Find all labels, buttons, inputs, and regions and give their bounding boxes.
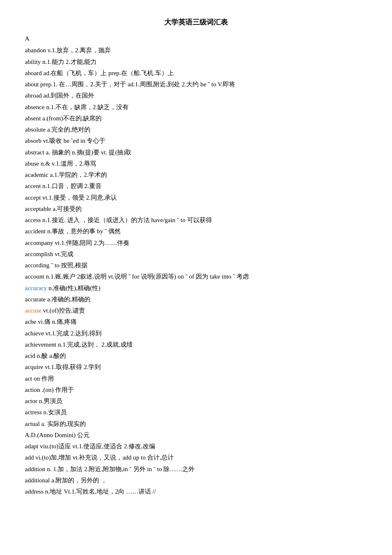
word-term: achieve — [25, 330, 44, 337]
word-term: accuracy — [25, 285, 47, 291]
list-item: addition n. 1.加，加法 2.附近,附加物,in ˜ 另外 in ˜… — [25, 464, 367, 474]
list-item: absolute a.完全的,绝对的 — [25, 124, 367, 135]
word-definition: 公元 — [75, 432, 90, 438]
word-definition: n.男演员 — [37, 398, 62, 404]
word-term: acquire — [25, 364, 43, 370]
word-term: addition — [25, 466, 45, 472]
list-item: address n.地址 Vt.1.写姓名,地址，2向 ……讲话 // — [25, 486, 367, 497]
word-definition: viu.(to)适应 vt.1.使适应,使适合 2.修改,改编 — [38, 443, 155, 450]
word-definition: ad.在船（飞机，车）上 prep.在（船.飞机.车）上 — [42, 70, 174, 76]
word-term: accompany — [25, 240, 53, 246]
word-term: additional — [25, 477, 50, 484]
word-term: act on — [25, 375, 40, 382]
word-term: absorb — [25, 137, 41, 144]
list-item: abandon v.1.放弃，2.离弃，抛弃 — [25, 45, 367, 56]
word-definition: a.附加的，另外的 ， — [50, 477, 107, 484]
word-definition: ˜ to 按照,根据 — [49, 262, 88, 269]
list-item: action .(on) 作用于 — [25, 384, 367, 395]
word-definition: .(on) 作用于 — [40, 386, 74, 393]
word-term: A.D.(Anno Domini) — [25, 432, 75, 438]
word-definition: a. 实际的,现实的 — [40, 421, 86, 427]
word-term: absolute — [25, 126, 46, 133]
word-term: absent — [25, 115, 41, 122]
word-term: abandon — [25, 47, 46, 54]
word-term: acid — [25, 352, 35, 359]
list-item: abuse n.& v.1.滥用，2.辱骂 — [25, 158, 367, 169]
word-definition: vi.(to)加,增加 vt.补充说，又说，add up to 合计,总计 — [34, 454, 174, 461]
word-term: actual — [25, 421, 40, 427]
word-definition: n.1.完成,达到， 2.成就,成绩 — [56, 341, 133, 348]
word-term: ability — [25, 59, 41, 65]
word-term: accurate — [25, 296, 46, 303]
word-definition: n.酸 a.酸的 — [35, 352, 66, 359]
word-term: abuse — [25, 160, 39, 167]
word-term: achievement — [25, 341, 56, 348]
list-item: additional a.附加的，另外的 ， — [25, 475, 367, 486]
list-item: about prep.1. 在…周围，2.关于，对于 ad.1.周围,附近,到处… — [25, 79, 367, 90]
list-item: acid n.酸 a.酸的 — [25, 350, 367, 361]
word-definition: n.1.接近. 进入 ，接近（或进入）的方法 have/gain ˜ to 可以… — [41, 217, 212, 223]
word-term: accomplish — [25, 251, 53, 257]
list-item: acquire vt.1.取得,获得 2.学到 — [25, 362, 367, 372]
list-item: absence n.1.不在，缺席，2.缺乏，没有 — [25, 102, 367, 112]
word-definition: n.事故，意外的事 by ˜ 偶然 — [46, 228, 121, 235]
word-definition: n.准确(性),精确(性) — [47, 285, 100, 291]
list-item: act on 作用 — [25, 373, 367, 384]
word-definition: a.完全的,绝对的 — [46, 126, 90, 133]
word-term: accident — [25, 228, 46, 235]
word-term: accept — [25, 194, 41, 201]
word-definition: prep.1. 在…周围，2.关于，对于 ad.1.周围,附近,到处 2.大约 … — [39, 81, 235, 88]
list-item: account n.1.账,账户 2叙述,说明 vt.说明 ˜ for 说明(原… — [25, 271, 367, 282]
word-term: address — [25, 488, 44, 495]
section-letter: A — [25, 34, 367, 44]
word-term: abstract — [25, 149, 44, 156]
list-item: ability n.1.能力 2.才能,能力 — [25, 56, 367, 67]
list-item: accomplish vt.完成 — [25, 249, 367, 259]
list-item: accurate a.准确的,精确的 — [25, 294, 367, 305]
list-item: aboard ad.在船（飞机，车）上 prep.在（船.飞机.车）上 — [25, 68, 367, 78]
word-definition: vt.1.完成 2.达到,得到 — [44, 330, 102, 337]
word-definition: n.1.账,账户 2叙述,说明 vt.说明 ˜ for 说明(原因等) on ˜… — [44, 273, 249, 280]
page-title: 大学英语三级词汇表 — [25, 17, 367, 29]
list-item: achieve vt.1.完成 2.达到,得到 — [25, 328, 367, 339]
word-definition: n.& v.1.滥用，2.辱骂 — [39, 160, 96, 167]
word-term: abroad — [25, 92, 42, 99]
list-item: adapt viu.(to)适应 vt.1.使适应,使适合 2.修改,改编 — [25, 441, 367, 452]
list-item: actress n.女演员 — [25, 407, 367, 418]
list-item: accident n.事故，意外的事 by ˜ 偶然 — [25, 226, 367, 237]
word-term: add — [25, 454, 34, 461]
word-definition: n. 1.加，加法 2.附近,附加物,in ˜ 另外 in ˜ to 除……之外 — [45, 466, 195, 472]
list-item: abstract a. 抽象的 n.摘(提)要 vt. 提(抽)取 — [25, 147, 367, 158]
list-item: actual a. 实际的,现实的 — [25, 418, 367, 429]
list-item: accompany vt.1.伴随,陪同 2.为……伴奏 — [25, 237, 367, 248]
list-item: add vi.(to)加,增加 vt.补充说，又说，add up to 合计,总… — [25, 452, 367, 463]
list-item: actor n.男演员 — [25, 396, 367, 406]
list-item: absent a.(from)不在的,缺席的 — [25, 113, 367, 124]
word-definition: a.(from)不在的,缺席的 — [41, 115, 102, 122]
word-term: aboard — [25, 70, 42, 76]
word-definition: a.准确的,精确的 — [46, 296, 90, 303]
list-item: academic a.1.学院的，2.学术的 — [25, 169, 367, 180]
word-definition: n.1.能力 2.才能,能力 — [41, 59, 97, 65]
word-definition: vt.1.取得,获得 2.学到 — [43, 364, 101, 370]
word-term: access — [25, 217, 41, 223]
word-definition: n.1.不在，缺席，2.缺乏，没有 — [44, 104, 129, 110]
list-item: according ˜ to 按照,根据 — [25, 260, 367, 271]
word-term: acceptable — [25, 205, 51, 212]
word-definition: vi.痛 n.痛,疼痛 — [36, 318, 77, 325]
list-item: accept vt.1.接受，领受 2.同意,承认 — [25, 192, 367, 203]
word-definition: a.可接受的 — [51, 205, 82, 212]
word-term: academic — [25, 171, 49, 178]
word-term: according — [25, 262, 49, 269]
word-term: ache — [25, 318, 36, 325]
list-item: accuracy n.准确(性),精确(性) — [25, 283, 367, 293]
list-item: achievement n.1.完成,达到， 2.成就,成绩 — [25, 339, 367, 350]
word-definition: vt.吸收 be ˜ed in 专心于 — [41, 137, 105, 144]
word-term: actor — [25, 398, 37, 404]
word-definition: a. 抽象的 n.摘(提)要 vt. 提(抽)取 — [44, 149, 132, 156]
word-definition: n.1.口音，腔调 2.重音 — [41, 183, 101, 189]
list-item: absorb vt.吸收 be ˜ed in 专心于 — [25, 135, 367, 146]
word-definition: n.地址 Vt.1.写姓名,地址，2向 ……讲话 // — [44, 488, 156, 495]
word-definition: n.女演员 — [42, 409, 67, 416]
word-definition: vt.1.伴随,陪同 2.为……伴奏 — [53, 240, 129, 246]
